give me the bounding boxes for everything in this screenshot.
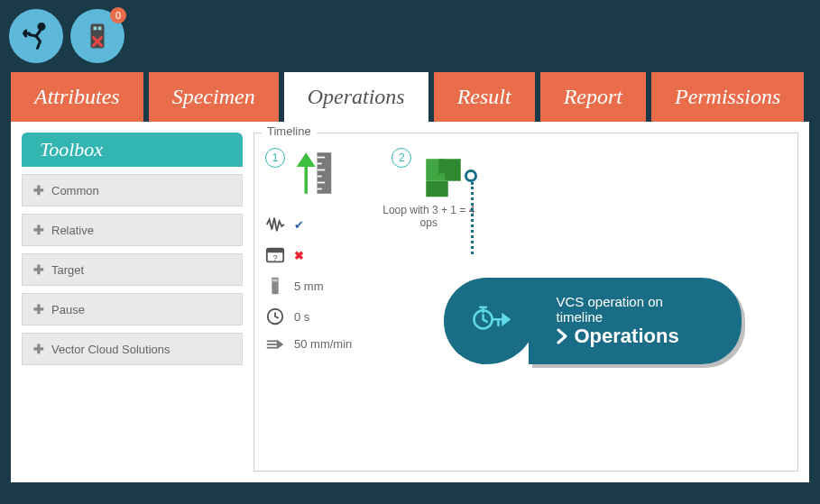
svg-rect-15 [272, 279, 278, 282]
content-pane: Toolbox ✚ Common ✚ Relative ✚ Target ✚ P… [11, 122, 809, 482]
toolbox-item-label: Vector Cloud Solutions [51, 343, 170, 356]
device-button[interactable]: 0 [70, 9, 124, 63]
plus-icon: ✚ [33, 223, 44, 237]
svg-point-0 [39, 24, 44, 30]
plus-icon: ✚ [33, 183, 44, 197]
tab-operations[interactable]: Operations [284, 72, 428, 122]
toolbox-item-pause[interactable]: ✚ Pause [22, 293, 243, 325]
tab-attributes[interactable]: Attributes [11, 72, 143, 122]
device-icon [81, 20, 114, 52]
callout-origin-dot [465, 170, 477, 182]
puzzle-loop-icon [415, 148, 465, 198]
callout-text: VCS operation on timeline Operations [529, 278, 742, 364]
prop-speed: 50 mm/min [265, 337, 352, 351]
svg-rect-12 [267, 249, 283, 253]
callout: VCS operation on timeline Operations [471, 170, 477, 254]
toolbox-item-label: Relative [51, 224, 94, 237]
callout-connector [471, 182, 477, 254]
exit-button[interactable] [9, 9, 63, 63]
callout-line1: VCS operation on timeline [556, 294, 705, 325]
tab-specimen[interactable]: Specimen [149, 72, 279, 122]
callout-icon-bubble [444, 278, 538, 364]
prop-waveform: ✔ [265, 215, 352, 234]
toolbox-item-vcs[interactable]: ✚ Vector Cloud Solutions [22, 333, 243, 365]
prop-distance: 5 mm [265, 276, 352, 296]
plus-icon: ✚ [33, 302, 44, 316]
svg-text:?: ? [272, 253, 277, 262]
tabbar: Attributes Specimen Operations Result Re… [0, 72, 820, 122]
node-number-2: 2 [392, 148, 411, 168]
svg-rect-3 [98, 27, 102, 31]
toolbox-item-common[interactable]: ✚ Common [22, 174, 243, 206]
distance-icon [265, 276, 285, 296]
check-icon: ✔ [294, 218, 304, 232]
toolbox-item-label: Target [51, 263, 84, 277]
toolbox: Toolbox ✚ Common ✚ Relative ✚ Target ✚ P… [22, 133, 243, 472]
clock-icon [265, 307, 285, 326]
tab-result[interactable]: Result [434, 72, 535, 122]
toolbox-item-label: Common [51, 184, 99, 197]
prop-speed-value: 50 mm/min [294, 337, 352, 351]
svg-rect-2 [94, 27, 97, 31]
timeline-node-2[interactable]: 2 Loop with 3 + 1 = 4 ops [379, 148, 478, 229]
exit-icon [20, 20, 52, 52]
toolbox-item-label: Pause [51, 303, 85, 316]
node-number-1: 1 [265, 148, 285, 168]
timeline-label: Timeline [262, 124, 317, 138]
svg-rect-4 [318, 152, 332, 194]
prop-distance-value: 5 mm [294, 279, 324, 293]
timeline-panel: Timeline 1 [253, 133, 798, 472]
prop-time-value: 0 s [294, 310, 309, 324]
device-badge: 0 [110, 7, 126, 23]
plus-icon: ✚ [33, 262, 44, 277]
callout-line2: Operations [574, 325, 678, 348]
plus-icon: ✚ [33, 342, 44, 356]
node-2-caption: Loop with 3 + 1 = 4 ops [379, 204, 478, 229]
toolbox-item-target[interactable]: ✚ Target [22, 253, 243, 286]
tab-permissions[interactable]: Permissions [651, 72, 804, 122]
timeline-node-1[interactable]: 1 ✔ [265, 148, 352, 351]
chevron-right-icon [556, 328, 568, 344]
prop-dialog: ? ✖ [265, 245, 352, 265]
waveform-icon [265, 215, 285, 234]
dialog-question-icon: ? [265, 245, 285, 265]
prop-time: 0 s [265, 307, 352, 326]
move-up-ruler-icon [289, 148, 339, 198]
x-icon: ✖ [294, 249, 304, 262]
toolbox-title: Toolbox [22, 133, 243, 167]
speed-arrow-icon [265, 338, 285, 351]
tab-report[interactable]: Report [540, 72, 646, 122]
toolbox-item-relative[interactable]: ✚ Relative [22, 214, 243, 246]
key-stopwatch-icon [466, 297, 515, 345]
node-1-properties: ✔ ? ✖ [265, 215, 352, 351]
